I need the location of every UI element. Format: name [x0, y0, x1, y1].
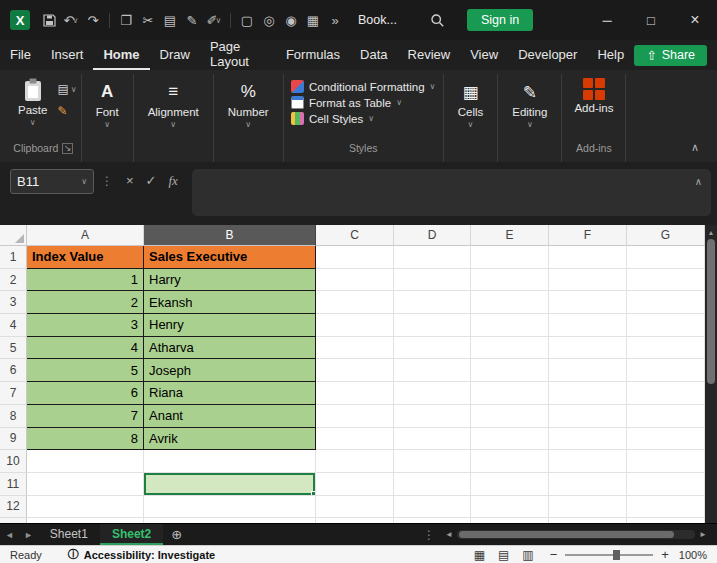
table-icon[interactable]: ▦: [302, 8, 324, 32]
normal-view-icon[interactable]: ▦: [474, 548, 485, 562]
cell-E2[interactable]: [471, 269, 549, 292]
cell-C11[interactable]: [316, 473, 394, 496]
page-break-view-icon[interactable]: ▥: [522, 548, 533, 562]
column-header-F[interactable]: F: [549, 225, 627, 246]
menu-tab-file[interactable]: File: [0, 40, 41, 70]
cell-E6[interactable]: [471, 359, 549, 382]
select-all-button[interactable]: [0, 225, 27, 246]
format-painter-icon[interactable]: ✎: [57, 104, 76, 118]
cell-B3[interactable]: Ekansh: [144, 291, 316, 314]
horizontal-scrollbar-track[interactable]: [457, 530, 695, 539]
sign-in-button[interactable]: Sign in: [467, 9, 533, 31]
row-header-11[interactable]: 11: [0, 473, 27, 496]
share-button[interactable]: ⇧ Share: [634, 45, 707, 66]
cell-C5[interactable]: [316, 337, 394, 360]
cell-G6[interactable]: [627, 359, 705, 382]
paste-dropdown-icon[interactable]: ∨: [30, 118, 36, 127]
cell-C1[interactable]: [316, 246, 394, 269]
cell-E13[interactable]: [471, 518, 549, 523]
cell-A5[interactable]: 4: [27, 337, 144, 360]
cell-C7[interactable]: [316, 382, 394, 405]
vertical-scrollbar-thumb[interactable]: [707, 239, 715, 384]
cell-G8[interactable]: [627, 405, 705, 428]
cell-G13[interactable]: [627, 518, 705, 523]
cell-A7[interactable]: 6: [27, 382, 144, 405]
close-button[interactable]: ×: [673, 0, 717, 40]
page-layout-view-icon[interactable]: ▤: [498, 548, 509, 562]
camera-icon[interactable]: ◉: [280, 8, 302, 32]
row-header-4[interactable]: 4: [0, 314, 27, 337]
sheet-nav-right-icon[interactable]: ►: [19, 530, 38, 540]
cell-E9[interactable]: [471, 428, 549, 451]
cell-F3[interactable]: [549, 291, 627, 314]
row-header-5[interactable]: 5: [0, 337, 27, 360]
cell-C8[interactable]: [316, 405, 394, 428]
cell-E5[interactable]: [471, 337, 549, 360]
paste-icon[interactable]: ▤: [159, 8, 181, 32]
column-header-A[interactable]: A: [27, 225, 144, 246]
ribbon-button-format-as-table[interactable]: Format as Table∨: [291, 96, 436, 109]
confirm-entry-icon[interactable]: ✓: [146, 173, 157, 188]
maximize-button[interactable]: □: [629, 0, 673, 40]
row-header-8[interactable]: 8: [0, 405, 27, 428]
add-sheet-icon[interactable]: ⊕: [171, 527, 182, 542]
menu-tab-data[interactable]: Data: [350, 40, 397, 70]
zoom-slider-thumb[interactable]: [613, 550, 620, 560]
menu-tab-insert[interactable]: Insert: [41, 40, 94, 70]
cell-G5[interactable]: [627, 337, 705, 360]
scroll-up-icon[interactable]: ▲: [708, 229, 715, 236]
alignment-menu-button[interactable]: ≡ Alignment ∨: [138, 74, 209, 129]
cell-F7[interactable]: [549, 382, 627, 405]
menu-tab-formulas[interactable]: Formulas: [276, 40, 350, 70]
cell-D5[interactable]: [394, 337, 471, 360]
qat-overflow-icon[interactable]: »: [324, 8, 346, 32]
menu-tab-draw[interactable]: Draw: [150, 40, 200, 70]
row-header-9[interactable]: 9: [0, 428, 27, 451]
formula-bar-handle[interactable]: ⋮: [101, 174, 113, 188]
scroll-left-icon[interactable]: ◄: [441, 530, 457, 539]
cell-B10[interactable]: [144, 450, 316, 473]
column-header-D[interactable]: D: [394, 225, 471, 246]
row-header-12[interactable]: 12: [0, 496, 27, 519]
horizontal-scrollbar-thumb[interactable]: [459, 531, 674, 538]
cell-D9[interactable]: [394, 428, 471, 451]
cell-C4[interactable]: [316, 314, 394, 337]
cell-A9[interactable]: 8: [27, 428, 144, 451]
cell-A4[interactable]: 3: [27, 314, 144, 337]
vertical-scrollbar[interactable]: ▲: [705, 225, 717, 523]
pin-icon[interactable]: ◎: [258, 8, 280, 32]
excel-logo-icon[interactable]: X: [10, 10, 30, 30]
formula-bar-collapse-icon[interactable]: ∧: [695, 176, 702, 187]
cell-F5[interactable]: [549, 337, 627, 360]
cell-C6[interactable]: [316, 359, 394, 382]
cell-D13[interactable]: [394, 518, 471, 523]
search-icon[interactable]: [427, 8, 449, 32]
tabs-overflow-icon[interactable]: ⋮: [417, 528, 441, 542]
cell-F1[interactable]: [549, 246, 627, 269]
cell-G2[interactable]: [627, 269, 705, 292]
cell-F13[interactable]: [549, 518, 627, 523]
menu-tab-page-layout[interactable]: Page Layout: [200, 40, 276, 70]
cell-C12[interactable]: [316, 496, 394, 519]
cell-G9[interactable]: [627, 428, 705, 451]
cell-G7[interactable]: [627, 382, 705, 405]
cell-E12[interactable]: [471, 496, 549, 519]
cell-B9[interactable]: Avrik: [144, 428, 316, 451]
formula-input[interactable]: ∧: [192, 169, 711, 216]
cell-B6[interactable]: Joseph: [144, 359, 316, 382]
cell-C13[interactable]: [316, 518, 394, 523]
name-box[interactable]: B11 ∨: [10, 169, 94, 194]
cell-E7[interactable]: [471, 382, 549, 405]
column-header-C[interactable]: C: [316, 225, 394, 246]
zoom-out-icon[interactable]: −: [550, 547, 558, 562]
paste-special-icon[interactable]: ▤∨: [57, 82, 76, 96]
zoom-in-icon[interactable]: +: [661, 547, 669, 562]
cell-F9[interactable]: [549, 428, 627, 451]
ribbon-button-conditional-formatting[interactable]: Conditional Formatting∨: [291, 80, 436, 93]
cell-F6[interactable]: [549, 359, 627, 382]
row-header-1[interactable]: 1: [0, 246, 27, 269]
row-header-10[interactable]: 10: [0, 450, 27, 473]
number-menu-button[interactable]: % Number ∨: [218, 74, 279, 129]
clipboard-dialog-launcher-icon[interactable]: ↘: [62, 143, 73, 154]
cell-D4[interactable]: [394, 314, 471, 337]
